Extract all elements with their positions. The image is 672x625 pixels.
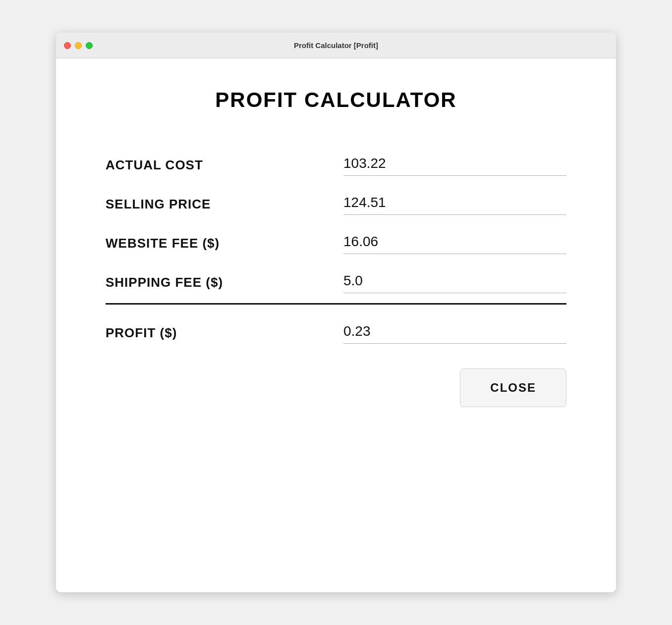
close-button-row: CLOSE (106, 368, 566, 407)
field-row-0: ACTUAL COST103.22 (106, 142, 566, 181)
field-label-1: SELLING PRICE (106, 195, 343, 212)
minimize-window-button[interactable] (75, 42, 82, 49)
main-content: PROFIT CALCULATOR ACTUAL COST103.22SELLI… (56, 58, 616, 592)
field-row-3: SHIPPING FEE ($)5.0 (106, 259, 566, 298)
field-row-2: WEBSITE FEE ($)16.06 (106, 220, 566, 259)
field-underline-0 (343, 175, 566, 176)
title-bar: Profit Calculator [Profit] (56, 33, 616, 58)
field-underline-2 (343, 254, 566, 254)
field-value-3: 5.0 (343, 273, 566, 293)
profit-value-wrapper: 0.23 (343, 323, 566, 344)
profit-underline (343, 343, 566, 344)
field-value-1: 124.51 (343, 195, 566, 214)
field-label-0: ACTUAL COST (106, 156, 343, 173)
traffic-lights (64, 42, 93, 49)
close-window-button[interactable] (64, 42, 71, 49)
fields-area: ACTUAL COST103.22SELLING PRICE124.51WEBS… (106, 142, 566, 563)
field-underline-1 (343, 214, 566, 215)
profit-value: 0.23 (343, 323, 566, 343)
field-label-2: WEBSITE FEE ($) (106, 234, 343, 251)
field-row-1: SELLING PRICE124.51 (106, 181, 566, 220)
field-value-wrapper-3: 5.0 (343, 273, 566, 293)
window-title: Profit Calculator [Profit] (294, 41, 378, 50)
close-button[interactable]: CLOSE (460, 368, 566, 407)
bottom-section: PROFIT ($) 0.23 CLOSE (106, 310, 566, 407)
field-underline-3 (343, 293, 566, 293)
profit-row: PROFIT ($) 0.23 (106, 310, 566, 349)
section-divider (106, 303, 566, 305)
field-rows: ACTUAL COST103.22SELLING PRICE124.51WEBS… (106, 142, 566, 298)
field-value-wrapper-1: 124.51 (343, 195, 566, 215)
profit-label: PROFIT ($) (106, 323, 343, 341)
maximize-window-button[interactable] (86, 42, 93, 49)
app-window: Profit Calculator [Profit] PROFIT CALCUL… (56, 33, 616, 592)
field-value-wrapper-0: 103.22 (343, 156, 566, 176)
field-value-0: 103.22 (343, 156, 566, 175)
field-value-2: 16.06 (343, 234, 566, 254)
app-title: PROFIT CALCULATOR (106, 88, 566, 112)
field-value-wrapper-2: 16.06 (343, 234, 566, 254)
field-label-3: SHIPPING FEE ($) (106, 273, 343, 290)
